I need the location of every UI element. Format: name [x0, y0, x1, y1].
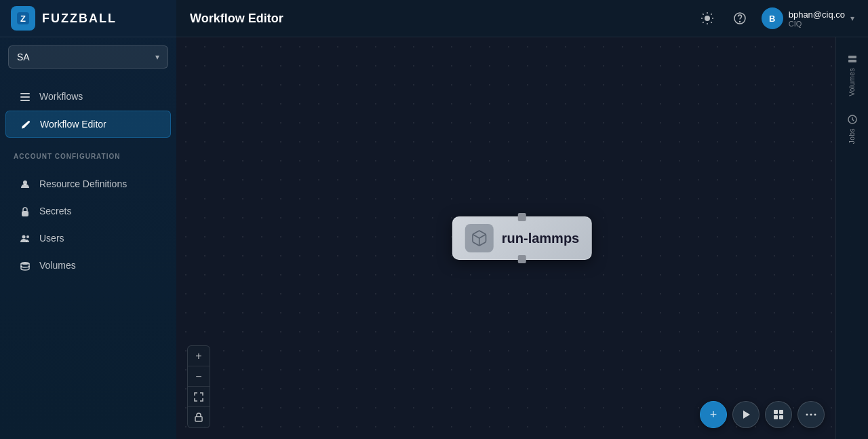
user-details: bphan@ciq.co CIQ: [789, 9, 845, 28]
svg-point-9: [21, 262, 29, 265]
svg-point-12: [739, 22, 740, 22]
logo-text: FUZZBALL: [42, 12, 117, 26]
svg-point-10: [705, 16, 710, 21]
org-chevron-icon: ▾: [155, 52, 159, 62]
org-selector[interactable]: SA ▾: [8, 45, 168, 69]
workflow-editor-icon: [20, 118, 32, 130]
volumes-icon: [19, 259, 31, 271]
resource-definitions-icon: [19, 178, 31, 190]
user-name: bphan@ciq.co: [789, 9, 845, 20]
workflow-canvas[interactable]: run-lammps Volumes: [176, 37, 868, 439]
volumes-tab-icon: [847, 52, 858, 64]
logo-icon: Z: [11, 6, 35, 31]
svg-rect-15: [848, 60, 856, 62]
fit-view-button[interactable]: [188, 387, 210, 407]
node-handle-top[interactable]: [518, 213, 526, 221]
svg-rect-14: [848, 56, 856, 58]
run-workflow-button[interactable]: [732, 401, 760, 428]
jobs-tab-icon: [847, 113, 858, 125]
sidebar-item-workflows[interactable]: Workflows: [5, 83, 171, 109]
right-panel: Volumes Jobs: [835, 37, 868, 439]
grid-view-button[interactable]: [765, 401, 792, 428]
right-tab-volumes[interactable]: Volumes: [836, 45, 868, 103]
add-icon: +: [710, 408, 717, 422]
svg-point-25: [814, 414, 816, 416]
node-icon: [465, 224, 494, 252]
sidebar-item-users[interactable]: Users: [5, 225, 171, 251]
org-value: SA: [17, 52, 30, 62]
volumes-label: Volumes: [39, 260, 76, 271]
svg-text:Z: Z: [20, 14, 26, 24]
svg-point-8: [26, 235, 29, 238]
add-node-button[interactable]: +: [700, 401, 727, 428]
sidebar-nav: Workflows Workflow Editor: [0, 77, 176, 145]
svg-rect-17: [195, 417, 202, 421]
node-label: run-lammps: [502, 231, 579, 246]
resource-definitions-label: Resource Definitions: [39, 178, 127, 189]
sidebar-item-volumes[interactable]: Volumes: [5, 252, 171, 278]
sidebar-item-workflow-editor[interactable]: Workflow Editor: [5, 111, 171, 138]
header: Workflow Editor B bpha: [176, 0, 868, 37]
svg-rect-22: [779, 415, 783, 419]
header-actions: B bphan@ciq.co CIQ ▾: [696, 7, 854, 29]
logo-area: Z FUZZBALL: [0, 0, 176, 37]
help-button[interactable]: [729, 7, 751, 29]
avatar: B: [762, 7, 783, 29]
workflows-label: Workflows: [39, 91, 83, 102]
sidebar-item-resource-definitions[interactable]: Resource Definitions: [5, 171, 171, 197]
lock-button[interactable]: [188, 407, 210, 427]
account-config-label: ACCOUNT CONFIGURATION: [0, 145, 176, 164]
svg-rect-6: [22, 211, 28, 216]
volumes-tab-label: Volumes: [848, 68, 856, 96]
svg-rect-21: [774, 415, 778, 419]
main-area: Workflow Editor B bpha: [176, 0, 868, 439]
workflows-icon: [19, 90, 31, 102]
zoom-in-button[interactable]: +: [188, 346, 210, 366]
svg-point-24: [810, 414, 812, 416]
svg-rect-2: [20, 93, 30, 94]
sidebar: Z FUZZBALL SA ▾ Workflows: [0, 0, 176, 439]
svg-point-23: [806, 414, 808, 416]
user-menu[interactable]: B bphan@ciq.co CIQ ▾: [762, 7, 854, 29]
page-title: Workflow Editor: [190, 12, 283, 26]
svg-rect-20: [779, 410, 783, 414]
secrets-icon: [19, 205, 31, 217]
sidebar-item-secrets[interactable]: Secrets: [5, 198, 171, 224]
workflow-node-run-lammps[interactable]: run-lammps: [452, 216, 592, 260]
right-tab-jobs[interactable]: Jobs: [836, 106, 868, 151]
svg-rect-19: [774, 410, 778, 414]
zoom-out-button[interactable]: −: [188, 366, 210, 387]
users-icon: [19, 232, 31, 244]
node-handle-bottom[interactable]: [518, 255, 526, 263]
svg-rect-4: [20, 100, 30, 101]
svg-marker-18: [743, 411, 750, 419]
svg-point-7: [22, 235, 26, 238]
secrets-label: Secrets: [39, 206, 71, 216]
bottom-actions: +: [700, 401, 825, 428]
user-chevron-icon: ▾: [850, 14, 854, 23]
theme-toggle-button[interactable]: [696, 7, 718, 29]
config-nav: Resource Definitions Secrets Users: [0, 164, 176, 285]
svg-rect-3: [20, 96, 30, 98]
user-org: CIQ: [789, 20, 845, 28]
workflow-editor-label: Workflow Editor: [40, 119, 106, 130]
zoom-controls: + −: [187, 345, 210, 428]
more-actions-button[interactable]: [797, 401, 825, 428]
jobs-tab-label: Jobs: [848, 128, 856, 144]
users-label: Users: [39, 233, 64, 244]
